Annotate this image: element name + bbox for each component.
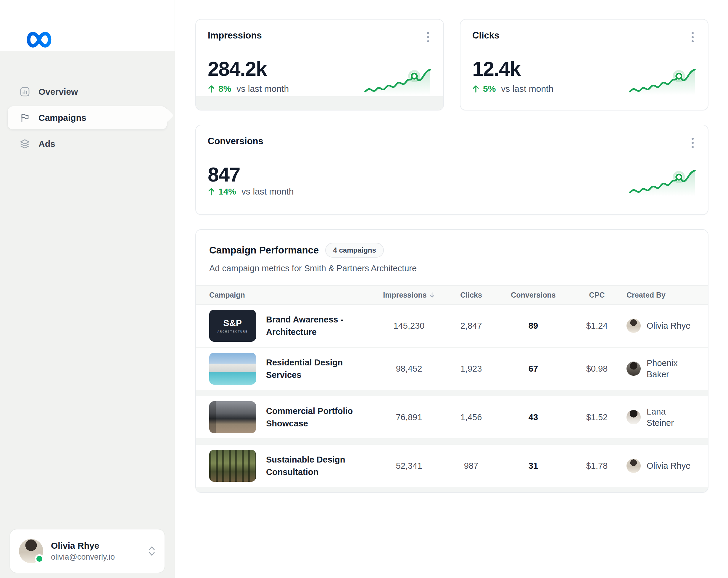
campaign-thumb-forest-photo	[209, 450, 256, 482]
campaign-name: Brand Awareness - Architecture	[266, 313, 361, 338]
col-header-cpc: CPC	[567, 291, 626, 299]
conversions-delta: 14% vs last month	[208, 186, 294, 197]
cell-created-by: Lana Steiner	[626, 406, 695, 428]
cell-cpc: $0.98	[567, 364, 626, 374]
campaign-count-badge: 4 campaigns	[325, 243, 384, 258]
table-subtitle: Ad campaign metrics for Smith & Partners…	[209, 263, 695, 273]
cell-impressions: 52,341	[375, 461, 443, 471]
kebab-menu-icon[interactable]	[689, 30, 696, 44]
conversions-delta-pct: 14%	[218, 186, 236, 197]
row-divider	[196, 390, 708, 396]
creator-name: Phoenix Baker	[647, 357, 695, 380]
table-row[interactable]: Sustainable Design Consultation 52,341 9…	[196, 445, 708, 487]
clicks-delta-pct: 5%	[483, 84, 496, 94]
user-meta: Olivia Rhye olivia@converly.io	[51, 541, 115, 562]
col-header-clicks: Clicks	[443, 291, 499, 299]
user-avatar	[19, 539, 43, 563]
up-arrow-icon	[472, 85, 479, 93]
sidebar-item-label: Overview	[38, 87, 78, 97]
sidebar-nav: Overview Campaigns Ads	[0, 80, 175, 155]
clicks-delta-note: vs last month	[501, 84, 553, 94]
cell-cpc: $1.52	[567, 412, 626, 422]
user-email: olivia@converly.io	[51, 553, 115, 562]
layers-icon	[20, 139, 30, 149]
meta-logo-icon	[25, 30, 53, 49]
online-status-dot	[35, 554, 44, 563]
col-header-conversions: Conversions	[499, 291, 567, 299]
campaign-name: Residential Design Services	[266, 356, 361, 381]
table-row[interactable]: Commercial Portfolio Showcase 76,891 1,4…	[196, 396, 708, 438]
campaign-name: Commercial Portfolio Showcase	[266, 405, 361, 430]
clicks-card-title: Clicks	[472, 30, 499, 41]
cell-conversions: 31	[499, 461, 567, 471]
cell-conversions: 43	[499, 412, 567, 422]
col-header-campaign: Campaign	[209, 291, 375, 299]
chevron-up-down-icon[interactable]	[148, 546, 156, 557]
impressions-card-title: Impressions	[208, 30, 262, 41]
cell-cpc: $1.24	[567, 321, 626, 331]
creator-avatar	[626, 410, 641, 424]
cell-conversions: 67	[499, 364, 567, 374]
table-header-row: Campaign Impressions Clicks Conversions …	[196, 285, 708, 305]
creator-name: Olivia Rhye	[647, 320, 691, 331]
up-arrow-icon	[208, 85, 215, 93]
cell-impressions: 145,230	[375, 321, 443, 331]
table-title: Campaign Performance	[209, 245, 319, 256]
stats-row: Impressions 284.2k 8% vs last month	[195, 19, 708, 110]
main-content: Impressions 284.2k 8% vs last month	[175, 0, 728, 578]
sp-logo-subtext: ARCHITECTURE	[217, 330, 248, 333]
cell-clicks: 987	[443, 461, 499, 471]
campaign-thumb-sp-architecture-logo: S&P ARCHITECTURE	[209, 310, 256, 342]
col-header-created-by: Created By	[626, 291, 695, 299]
clicks-sparkline	[629, 67, 696, 95]
card-footer-band	[196, 96, 443, 110]
impressions-delta-note: vs last month	[236, 84, 289, 94]
app-root: Overview Campaigns Ads	[0, 0, 728, 578]
row-divider	[196, 438, 708, 445]
sidebar-logo-area	[0, 0, 175, 51]
kebab-menu-icon[interactable]	[689, 136, 696, 150]
cell-impressions: 76,891	[375, 412, 443, 422]
cell-created-by: Phoenix Baker	[626, 357, 695, 380]
impressions-delta: 8% vs last month	[208, 84, 289, 94]
cell-clicks: 1,456	[443, 412, 499, 422]
cell-created-by: Olivia Rhye	[626, 459, 695, 473]
creator-name: Olivia Rhye	[647, 460, 691, 471]
cell-created-by: Olivia Rhye	[626, 319, 695, 333]
impressions-delta-pct: 8%	[218, 84, 231, 94]
bar-chart-icon	[20, 86, 30, 97]
sidebar-item-overview[interactable]: Overview	[8, 80, 167, 103]
table-row[interactable]: S&P ARCHITECTURE Brand Awareness - Archi…	[196, 305, 708, 347]
conversions-delta-note: vs last month	[241, 186, 294, 197]
sort-descending-icon	[429, 292, 435, 298]
cell-clicks: 2,847	[443, 321, 499, 331]
cell-cpc: $1.78	[567, 461, 626, 471]
user-name: Olivia Rhye	[51, 541, 115, 551]
sidebar-item-campaigns[interactable]: Campaigns	[8, 106, 167, 129]
cell-impressions: 98,452	[375, 364, 443, 374]
sidebar-item-label: Ads	[38, 139, 55, 149]
conversions-value: 847	[208, 163, 696, 186]
sidebar-item-label: Campaigns	[38, 113, 86, 123]
cell-clicks: 1,923	[443, 364, 499, 374]
user-profile-card[interactable]: Olivia Rhye olivia@converly.io	[9, 529, 165, 573]
table-row[interactable]: Residential Design Services 98,452 1,923…	[196, 348, 708, 390]
table-bottom-band	[196, 487, 708, 492]
campaign-thumb-commercial-interior-photo	[209, 401, 256, 433]
creator-name: Lana Steiner	[647, 406, 695, 428]
clicks-delta: 5% vs last month	[472, 84, 553, 94]
creator-avatar	[626, 319, 641, 333]
campaign-performance-card: Campaign Performance 4 campaigns Ad camp…	[195, 229, 708, 493]
sidebar: Overview Campaigns Ads	[0, 0, 175, 578]
campaign-thumb-residential-house-photo	[209, 353, 256, 385]
clicks-card: Clicks 12.4k 5% vs last month	[460, 19, 708, 110]
sidebar-item-ads[interactable]: Ads	[8, 132, 167, 155]
impressions-sparkline	[364, 67, 432, 95]
col-header-impressions[interactable]: Impressions	[375, 291, 443, 299]
campaign-name: Sustainable Design Consultation	[266, 453, 361, 478]
sp-logo-text: S&P	[223, 318, 242, 328]
kebab-menu-icon[interactable]	[425, 30, 432, 44]
conversions-sparkline	[629, 168, 696, 196]
cell-conversions: 89	[499, 321, 567, 331]
flag-icon	[20, 112, 30, 123]
